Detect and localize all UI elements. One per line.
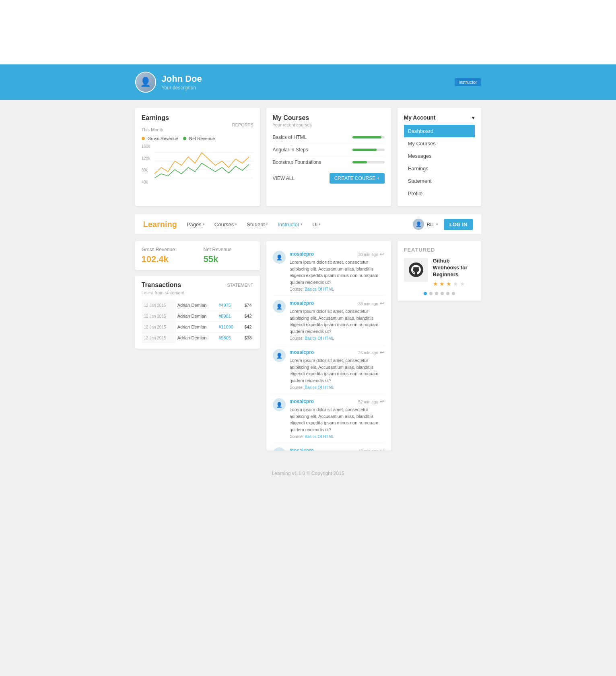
net-legend: Net Revenue — [183, 136, 215, 141]
feed-meta-4: mosaicpro 52 min ago ↩ — [290, 398, 385, 405]
transactions-column: Gross Revenue 102.4k Net Revenue 55k Tra… — [135, 241, 260, 451]
trans-amount-3: $42 — [240, 322, 253, 333]
feed-time-text-2: 38 min ago — [358, 302, 378, 306]
carousel-dot-1[interactable] — [424, 292, 427, 295]
nav-user-caret: ▾ — [436, 222, 438, 226]
transactions-card: Transactions STATEMENT Latest from state… — [135, 276, 260, 349]
user-subtitle: Your description — [162, 85, 202, 91]
feed-time-text-3: 26 min ago — [358, 351, 378, 355]
feed-username-1: mosaicpro — [290, 251, 314, 257]
trans-name-4: Adrian Demian — [176, 333, 217, 343]
courses-list: Basics of HTML Angular in Steps Bootstra… — [273, 131, 385, 168]
list-item: 👤 mosaicpro 26 min ago ↩ Lorem ipsum dol… — [273, 345, 385, 394]
transactions-subtitle: Latest from statement — [142, 290, 253, 295]
reply-icon-2[interactable]: ↩ — [380, 300, 385, 306]
account-menu-item-dashboard: Dashboard — [404, 125, 475, 137]
nav-student[interactable]: Student ▾ — [243, 214, 272, 234]
net-revenue-label: Net Revenue — [204, 247, 253, 252]
earnings-card: Earnings REPORTS This Month Gross Revenu… — [135, 108, 260, 206]
nav-user[interactable]: 👤 Bill ▾ — [413, 219, 438, 230]
feed-avatar-5: 👤 — [273, 447, 286, 451]
account-menu-item-statement: Statement — [404, 175, 475, 187]
trans-id-4: #9805 — [217, 333, 240, 343]
earnings-subtitle: This Month — [142, 127, 253, 132]
carousel-dot-4[interactable] — [441, 292, 444, 295]
github-icon — [408, 262, 424, 278]
table-row: 12 Jan 2015 Adrian Demian #4975 $74 — [142, 300, 253, 311]
star-2: ★ — [439, 281, 445, 287]
progress-bar-2 — [352, 149, 385, 151]
main-content: Earnings REPORTS This Month Gross Revenu… — [127, 100, 489, 459]
carousel-dot-6[interactable] — [452, 292, 455, 295]
chart-svg-wrapper — [155, 144, 253, 184]
feed-avatar-4: 👤 — [273, 398, 286, 411]
account-title: My Account — [404, 114, 436, 121]
account-menu-link-dashboard[interactable]: Dashboard — [404, 125, 475, 137]
reply-icon-3[interactable]: ↩ — [380, 349, 385, 356]
gross-revenue-value: 102.4k — [142, 254, 192, 265]
account-menu-item-earnings: Earnings — [404, 162, 475, 175]
feed-course-link-2[interactable]: Basics Of HTML — [305, 336, 334, 341]
trans-id-3: #11090 — [217, 322, 240, 333]
reply-icon-1[interactable]: ↩ — [380, 251, 385, 257]
pages-caret: ▾ — [203, 222, 205, 226]
gross-legend: Gross Revenue — [142, 136, 179, 141]
nav-ui[interactable]: UI ▾ — [308, 214, 325, 234]
feed-text-2: Lorem ipsum dolor sit amet, consectetur … — [290, 308, 385, 335]
feed-content-4: mosaicpro 52 min ago ↩ Lorem ipsum dolor… — [290, 398, 385, 439]
account-card: My Account ▾ Dashboard My Courses Messag… — [398, 108, 481, 206]
feed-meta-1: mosaicpro 30 min ago ↩ — [290, 251, 385, 257]
chart-area: 160k 120k 80k 40k — [142, 144, 253, 184]
feed-text-1: Lorem ipsum dolor sit amet, consectetur … — [290, 259, 385, 285]
reply-icon-5[interactable]: ↩ — [380, 447, 385, 451]
courses-actions: VIEW ALL CREATE COURSE + — [273, 173, 385, 184]
nav-pages[interactable]: Pages ▾ — [183, 214, 209, 234]
trans-id-1: #4975 — [217, 300, 240, 311]
create-course-button[interactable]: CREATE COURSE + — [330, 173, 385, 184]
feed-column: 👤 mosaicpro 30 min ago ↩ Lorem ipsum dol… — [266, 241, 391, 451]
net-legend-label: Net Revenue — [189, 136, 215, 141]
feed-text-4: Lorem ipsum dolor sit amet, consectetur … — [290, 406, 385, 433]
account-menu-link-earnings[interactable]: Earnings — [404, 162, 475, 175]
account-menu-link-courses[interactable]: My Courses — [404, 137, 475, 150]
ui-caret: ▾ — [319, 222, 321, 226]
carousel-dot-2[interactable] — [429, 292, 433, 295]
account-menu-link-statement[interactable]: Statement — [404, 175, 475, 187]
course-item-3: Bootstrap Foundations — [273, 156, 385, 168]
login-button[interactable]: LOG IN — [444, 219, 473, 230]
course-name-2: Angular in Steps — [273, 147, 348, 153]
feed-course-link-3[interactable]: Basics Of HTML — [305, 385, 334, 390]
statement-link[interactable]: STATEMENT — [227, 283, 253, 287]
footer: Learning v1.1.0 © Copyright 2015 — [0, 459, 616, 488]
feed-username-2: mosaicpro — [290, 300, 314, 306]
nav-instructor[interactable]: Instructor ▾ — [274, 214, 307, 234]
reports-link[interactable]: REPORTS — [232, 122, 253, 127]
carousel-dot-3[interactable] — [435, 292, 438, 295]
account-menu-item-profile: Profile — [404, 187, 475, 200]
courses-caret: ▾ — [235, 222, 237, 226]
featured-name: Github Webhooks for Beginners — [433, 258, 475, 278]
account-menu-link-messages[interactable]: Messages — [404, 150, 475, 162]
svg-point-4 — [409, 263, 423, 277]
feed-course-link-1[interactable]: Basics Of HTML — [305, 287, 334, 291]
feed-time-text-4: 52 min ago — [358, 400, 378, 404]
nav-courses[interactable]: Courses ▾ — [210, 214, 241, 234]
feed-avatar-1: 👤 — [273, 251, 286, 264]
view-all-button[interactable]: VIEW ALL — [273, 176, 295, 181]
gross-revenue-item: Gross Revenue 102.4k — [142, 247, 192, 265]
progress-bar-1 — [352, 136, 385, 139]
trans-id-2: #8981 — [217, 311, 240, 322]
feed-course-link-4[interactable]: Basics Of HTML — [305, 434, 334, 439]
account-menu-link-profile[interactable]: Profile — [404, 187, 475, 200]
gross-legend-label: Gross Revenue — [148, 136, 178, 141]
trans-name-1: Adrian Demian — [176, 300, 217, 311]
carousel-dots — [404, 292, 475, 295]
transactions-table: 12 Jan 2015 Adrian Demian #4975 $74 12 J… — [142, 300, 253, 343]
featured-title: Featured — [404, 247, 475, 253]
account-menu-header[interactable]: My Account ▾ — [404, 114, 475, 125]
reply-icon-4[interactable]: ↩ — [380, 398, 385, 405]
account-menu-item-messages: Messages — [404, 150, 475, 162]
trans-date-4: 12 Jan 2015 — [142, 333, 176, 343]
trans-date-1: 12 Jan 2015 — [142, 300, 176, 311]
carousel-dot-5[interactable] — [446, 292, 449, 295]
